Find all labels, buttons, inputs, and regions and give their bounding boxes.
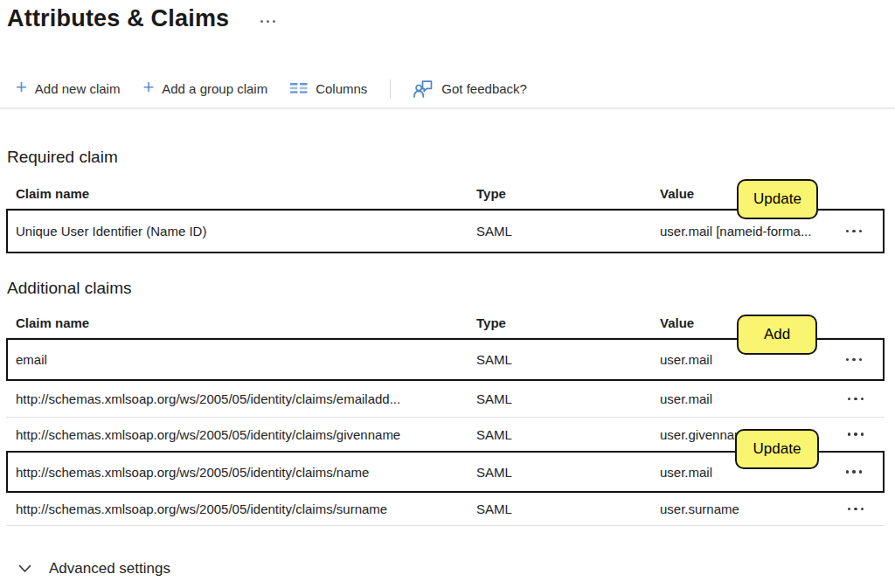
more-options-icon[interactable] [257, 15, 279, 28]
annotation-callout-add-email: Add [737, 315, 817, 355]
columns-icon [290, 82, 308, 94]
row-menu-icon[interactable] [844, 353, 864, 367]
column-header-type: Type [476, 186, 660, 201]
row-menu-icon[interactable] [846, 427, 866, 441]
column-header-claim-name: Claim name [16, 315, 476, 330]
claim-type: SAML [476, 465, 660, 480]
claim-name: http://schemas.xmlsoap.org/ws/2005/05/id… [16, 502, 476, 516]
columns-label: Columns [316, 81, 367, 96]
claim-value: user.mail [660, 391, 839, 406]
row-menu-icon[interactable] [846, 502, 866, 516]
claim-type: SAML [476, 224, 660, 239]
add-group-claim-label: Add a group claim [162, 81, 267, 96]
claim-name: Unique User Identifier (Name ID) [16, 224, 476, 239]
row-menu-icon[interactable] [846, 392, 866, 406]
feedback-icon [413, 80, 434, 98]
claim-type: SAML [476, 352, 660, 367]
row-menu-icon[interactable] [844, 225, 864, 239]
row-menu-icon[interactable] [844, 465, 864, 479]
got-feedback-label: Got feedback? [441, 81, 527, 96]
toolbar-divider [390, 80, 391, 98]
advanced-settings-label: Advanced settings [49, 560, 170, 578]
claim-type: SAML [476, 391, 660, 406]
column-header-type: Type [476, 315, 660, 330]
claim-type: SAML [476, 427, 660, 442]
add-group-claim-button[interactable]: + Add a group claim [142, 80, 267, 96]
claim-name: http://schemas.xmlsoap.org/ws/2005/05/id… [16, 465, 476, 480]
add-new-claim-button[interactable]: + Add new claim [16, 80, 120, 96]
chevron-down-icon [18, 564, 31, 573]
columns-button[interactable]: Columns [290, 81, 367, 96]
claim-name: email [16, 352, 476, 367]
advanced-settings-toggle[interactable]: Advanced settings [18, 560, 170, 578]
claim-value: user.mail [nameid-forma... [660, 224, 839, 239]
claim-type: SAML [476, 502, 660, 516]
table-row-surname[interactable]: http://schemas.xmlsoap.org/ws/2005/05/id… [6, 493, 885, 526]
annotation-callout-update-name: Update [735, 429, 819, 469]
got-feedback-button[interactable]: Got feedback? [413, 80, 527, 98]
page-title: Attributes & Claims [7, 5, 229, 32]
plus-icon: + [16, 80, 27, 95]
toolbar: + Add new claim + Add a group claim Colu… [16, 75, 527, 101]
claim-name: http://schemas.xmlsoap.org/ws/2005/05/id… [16, 391, 476, 406]
annotation-callout-update-required: Update [737, 179, 818, 219]
add-new-claim-label: Add new claim [35, 81, 121, 96]
page-header: Attributes & Claims [7, 5, 279, 32]
attributes-claims-page: Attributes & Claims + Add new claim + Ad… [0, 0, 895, 588]
toolbar-separator [0, 107, 895, 109]
claim-value: user.surname [660, 502, 839, 516]
required-claim-heading: Required claim [7, 148, 118, 167]
plus-icon: + [142, 80, 154, 95]
additional-claims-heading: Additional claims [7, 279, 132, 298]
claim-name: http://schemas.xmlsoap.org/ws/2005/05/id… [16, 427, 476, 442]
table-row-emailaddress[interactable]: http://schemas.xmlsoap.org/ws/2005/05/id… [6, 381, 885, 418]
column-header-claim-name: Claim name [16, 186, 476, 201]
